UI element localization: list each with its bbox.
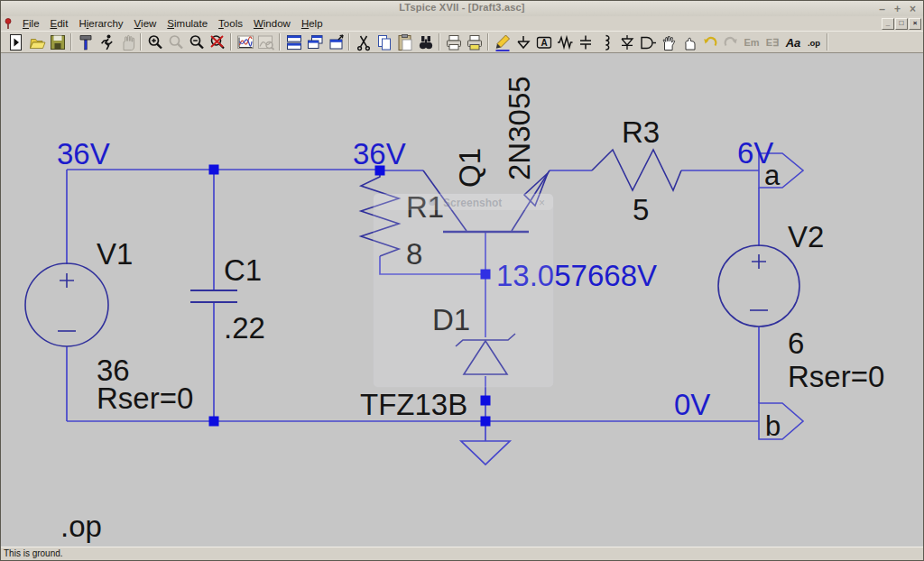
cascade-windows-button[interactable] bbox=[304, 32, 325, 51]
redo-button[interactable] bbox=[720, 32, 741, 51]
menu-edit[interactable]: Edit bbox=[45, 17, 74, 30]
label-net-button[interactable]: A bbox=[533, 32, 554, 51]
mdi-minimize-button[interactable]: _ bbox=[882, 18, 894, 30]
spice-directive-button[interactable]: .op bbox=[803, 32, 824, 51]
ground-symbol[interactable] bbox=[461, 441, 510, 464]
ground-icon bbox=[514, 33, 532, 51]
component-r3-resistor[interactable] bbox=[592, 150, 681, 190]
label-v1-ref[interactable]: V1 bbox=[97, 237, 133, 271]
place-text-button[interactable]: Aa bbox=[782, 32, 803, 51]
find-button[interactable] bbox=[415, 32, 436, 51]
label-v1-param[interactable]: Rser=0 bbox=[97, 382, 193, 415]
waveform-zoom-button[interactable] bbox=[255, 32, 276, 51]
zoom-full-extents-button[interactable] bbox=[207, 32, 227, 51]
zoom-back-icon bbox=[167, 33, 185, 51]
capacitor-icon bbox=[577, 33, 595, 51]
cut-scissors-icon bbox=[355, 33, 373, 51]
component-v2-voltage-source[interactable] bbox=[718, 245, 799, 326]
toolbar: A Em E∃ Aa .op bbox=[1, 31, 923, 53]
paste-button[interactable] bbox=[394, 32, 415, 51]
label-d1-value[interactable]: TFZ13B bbox=[360, 388, 467, 421]
halt-hand-icon bbox=[118, 33, 136, 51]
tile-windows-button[interactable] bbox=[283, 32, 304, 51]
control-panel-button[interactable] bbox=[75, 32, 96, 51]
menu-help[interactable]: Help bbox=[296, 17, 328, 30]
component-c1-capacitor[interactable] bbox=[190, 290, 237, 302]
inductor-icon bbox=[597, 33, 615, 51]
port-a-label: a bbox=[764, 160, 781, 191]
component-v1-voltage-source[interactable] bbox=[25, 263, 108, 346]
arrange-windows-button[interactable] bbox=[325, 32, 346, 51]
waveform-button[interactable] bbox=[235, 32, 255, 51]
arrange-windows-icon bbox=[327, 33, 345, 51]
status-bar: This is ground. bbox=[1, 547, 923, 560]
menu-hierarchy[interactable]: Hierarchy bbox=[73, 17, 128, 30]
place-resistor-button[interactable] bbox=[554, 32, 575, 51]
cut-button[interactable] bbox=[353, 32, 374, 51]
paste-clipboard-icon bbox=[396, 33, 414, 51]
run-button[interactable] bbox=[96, 32, 116, 51]
place-component-button[interactable] bbox=[637, 32, 658, 51]
minimize-button[interactable]: – bbox=[879, 4, 885, 14]
print-setup-button[interactable] bbox=[464, 32, 485, 51]
save-button[interactable] bbox=[47, 32, 68, 51]
label-v2-value[interactable]: 6 bbox=[788, 326, 804, 360]
toolbar-separator bbox=[140, 33, 142, 51]
place-inductor-button[interactable] bbox=[596, 32, 616, 51]
place-capacitor-button[interactable] bbox=[575, 32, 596, 51]
halt-button[interactable] bbox=[116, 32, 137, 51]
node-label-36v-left[interactable]: 36V bbox=[57, 137, 110, 170]
text-icon: Aa bbox=[783, 33, 803, 51]
spice-directive-text[interactable]: .op bbox=[60, 510, 102, 543]
print-button[interactable] bbox=[443, 32, 464, 51]
run-icon bbox=[97, 33, 116, 51]
label-v2-param[interactable]: Rser=0 bbox=[788, 360, 884, 393]
zoom-in-button[interactable] bbox=[144, 32, 165, 51]
label-q1-ref[interactable]: Q1 bbox=[453, 148, 486, 188]
new-schematic-icon bbox=[7, 33, 25, 51]
label-v2-ref[interactable]: V2 bbox=[788, 220, 824, 253]
svg-text:A: A bbox=[541, 37, 547, 47]
mirror-button[interactable]: Em bbox=[741, 32, 762, 51]
zoom-back-button[interactable] bbox=[165, 32, 186, 51]
label-r3-value[interactable]: 5 bbox=[633, 193, 649, 226]
move-hand-icon bbox=[660, 33, 678, 51]
zoom-out-button[interactable] bbox=[186, 32, 207, 51]
new-schematic-button[interactable] bbox=[5, 32, 26, 51]
menu-file[interactable]: File bbox=[17, 17, 45, 30]
maximize-button[interactable]: + bbox=[894, 4, 901, 14]
label-q1-value[interactable]: 2N3055 bbox=[503, 76, 536, 180]
svg-text:E∃: E∃ bbox=[765, 37, 778, 48]
label-r3-ref[interactable]: R3 bbox=[622, 115, 660, 149]
node-label-36v-mid[interactable]: 36V bbox=[353, 137, 406, 170]
overlay-app-icon bbox=[429, 198, 436, 206]
toolbar-separator bbox=[439, 33, 440, 51]
find-binoculars-icon bbox=[417, 33, 435, 51]
label-c1-value[interactable]: .22 bbox=[224, 311, 265, 345]
title-bar[interactable]: LTspice XVII - [Draft3.asc] – + × bbox=[1, 1, 923, 17]
place-diode-button[interactable] bbox=[616, 32, 637, 51]
move-button[interactable] bbox=[658, 32, 679, 51]
open-button[interactable] bbox=[26, 32, 47, 51]
label-c1-ref[interactable]: C1 bbox=[224, 253, 262, 287]
menu-bar: File Edit Hierarchy View Simulate Tools … bbox=[1, 16, 923, 31]
schematic-canvas[interactable]: 36V 36V 6V 13.057668V 0V V1 36 Rser=0 C1… bbox=[1, 53, 923, 549]
toolbar-separator bbox=[230, 33, 232, 51]
node-label-0v[interactable]: 0V bbox=[674, 388, 710, 421]
copy-button[interactable] bbox=[374, 32, 394, 51]
rotate-icon: E∃ bbox=[762, 33, 782, 51]
mdi-close-button[interactable]: × bbox=[909, 18, 921, 30]
rotate-button[interactable]: E∃ bbox=[762, 32, 782, 51]
undo-icon bbox=[701, 33, 719, 51]
menu-window[interactable]: Window bbox=[248, 17, 296, 30]
undo-button[interactable] bbox=[699, 32, 720, 51]
draw-wire-button[interactable] bbox=[492, 32, 513, 51]
menu-tools[interactable]: Tools bbox=[213, 17, 248, 30]
mdi-restore-button[interactable]: □ bbox=[895, 18, 908, 30]
place-ground-button[interactable] bbox=[513, 32, 533, 51]
drag-button[interactable] bbox=[679, 32, 699, 51]
close-button[interactable]: × bbox=[910, 4, 916, 14]
menu-view[interactable]: View bbox=[129, 17, 162, 30]
window-title: LTspice XVII - [Draft3.asc] bbox=[1, 2, 923, 13]
menu-simulate[interactable]: Simulate bbox=[162, 17, 213, 30]
